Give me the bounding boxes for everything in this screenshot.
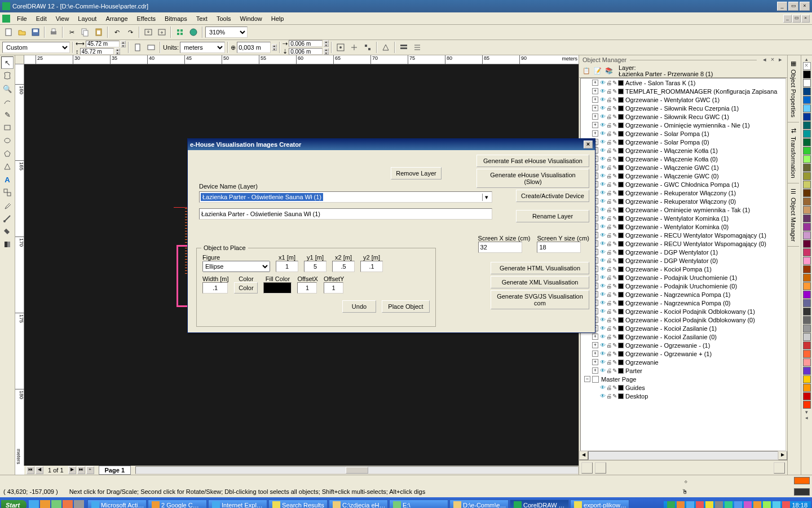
color-swatch[interactable] (618, 249, 624, 255)
color-swatch[interactable] (618, 216, 624, 221)
duplicate-y[interactable] (289, 48, 323, 55)
tray-icon[interactable] (753, 501, 761, 508)
visible-icon[interactable]: 👁 (600, 224, 606, 230)
device-name-select[interactable]: Łazienka Parter - Oświetlenie Sauna Wł (… (199, 191, 492, 203)
color-swatch[interactable] (618, 139, 624, 145)
taskbar-task[interactable]: CorelDRAW … (510, 500, 569, 508)
tab-transformation[interactable]: ⇄Transformation (788, 122, 799, 183)
print-icon[interactable]: 🖨 (606, 274, 612, 281)
smart-draw-tool[interactable]: ✎ (1, 108, 14, 121)
visible-icon[interactable]: 👁 (600, 207, 606, 213)
page-height[interactable] (80, 48, 114, 55)
palette-color[interactable] (803, 358, 811, 366)
tray-icon[interactable] (725, 501, 732, 508)
visible-icon[interactable]: 👁 (600, 97, 606, 103)
layer-row[interactable]: +👁🖨✎Ogrzewanie - Kocioł Podajnik Odbloko… (581, 316, 785, 324)
taskbar-task[interactable]: Microsoft Acti… (87, 500, 147, 508)
tray-icon[interactable] (763, 501, 771, 508)
dialog-close[interactable]: × (584, 141, 593, 148)
palette-color[interactable] (803, 333, 811, 341)
no-color[interactable] (803, 62, 811, 70)
palette-color[interactable] (803, 87, 811, 95)
print-icon[interactable]: 🖨 (606, 215, 612, 221)
edit-icon[interactable]: ✎ (612, 88, 617, 94)
print-icon[interactable]: 🖨 (606, 181, 612, 187)
palette-flyout[interactable]: ◂ (805, 415, 808, 421)
visible-icon[interactable]: 👁 (600, 325, 606, 331)
print-icon[interactable]: 🖨 (606, 367, 612, 374)
layer-row[interactable]: +👁🖨✎Ogrzewanie - Nagrzewnica Pompa (1) (581, 290, 785, 299)
taskbar-task[interactable]: C:\zdjęcia eH… (329, 500, 388, 508)
visible-icon[interactable]: 👁 (600, 190, 606, 196)
layer-row[interactable]: +👁🖨✎Ogrzewanie - Siłownik Recu GWC (1) (581, 112, 785, 121)
print-icon[interactable]: 🖨 (606, 97, 612, 103)
units-select[interactable]: meters (180, 42, 225, 53)
undo-button[interactable]: Undo (342, 300, 376, 313)
print-icon[interactable]: 🖨 (606, 384, 612, 391)
palette-color[interactable] (803, 155, 811, 163)
ql-ie-icon[interactable] (29, 500, 39, 508)
visible-icon[interactable]: 👁 (600, 308, 606, 314)
edit-icon[interactable]: ✎ (612, 105, 617, 111)
color-swatch[interactable] (618, 122, 624, 128)
color-swatch[interactable] (618, 258, 624, 264)
print-icon[interactable]: 🖨 (606, 342, 612, 348)
layer-row[interactable]: +👁🖨✎Ogrzewanie (581, 358, 785, 366)
ruler-vertical[interactable]: meters 160165170175180 (15, 64, 24, 466)
remove-layer-button[interactable]: Remove Layer (391, 167, 442, 179)
color-swatch[interactable] (618, 207, 624, 213)
expand-icon[interactable]: + (592, 130, 598, 137)
edit-icon[interactable]: ✎ (612, 173, 617, 179)
menu-view[interactable]: View (51, 14, 74, 23)
expand-icon[interactable]: + (592, 342, 598, 348)
palette-color[interactable] (803, 384, 811, 392)
visible-icon[interactable]: 👁 (600, 291, 606, 297)
color-swatch[interactable] (618, 80, 624, 86)
palette-color[interactable] (803, 130, 811, 138)
color-swatch[interactable] (618, 360, 624, 365)
treat-as-filled-icon[interactable] (379, 41, 392, 54)
color-button[interactable]: Color (234, 282, 258, 294)
visible-icon[interactable]: 👁 (600, 130, 606, 137)
palette-color[interactable] (803, 325, 811, 332)
edit-icon[interactable]: ✎ (612, 207, 617, 213)
portrait-icon[interactable] (131, 41, 144, 54)
ruler-origin[interactable] (15, 55, 24, 64)
expand-icon[interactable]: + (592, 80, 598, 86)
print-icon[interactable]: 🖨 (606, 122, 612, 128)
visible-icon[interactable]: 👁 (600, 317, 606, 323)
layer-row[interactable]: +👁🖨✎Ogrzewanie - Ogrzewanie + (1) (581, 349, 785, 358)
corel-online-icon[interactable] (187, 26, 200, 38)
color-swatch[interactable] (618, 275, 624, 281)
gen-xml-button[interactable]: Generate XML Visualisation (491, 276, 589, 288)
color-swatch[interactable] (618, 165, 624, 170)
basic-shapes-tool[interactable] (1, 160, 14, 173)
visible-icon[interactable]: 👁 (600, 393, 606, 399)
visible-icon[interactable]: 👁 (600, 232, 606, 238)
color-swatch[interactable] (618, 89, 624, 94)
taskbar-task[interactable]: Internet Expl… (208, 500, 267, 508)
gen-html-button[interactable]: Generate HTML Visualisation (491, 262, 589, 274)
color-swatch[interactable] (618, 300, 624, 306)
print-icon[interactable]: 🖨 (606, 224, 612, 230)
mdi-restore[interactable]: ▭ (792, 15, 801, 23)
docker-expand[interactable]: ▸ (777, 56, 784, 63)
layer-row[interactable]: +👁🖨✎Ogrzewanie - Włączenie GWC (0) (581, 172, 785, 180)
layer-row[interactable]: +👁🖨✎Ogrzewanie - Podajnik Uruchomienie (… (581, 282, 785, 290)
print-icon[interactable]: 🖨 (606, 190, 612, 196)
polygon-tool[interactable] (1, 147, 14, 160)
edit-icon[interactable]: ✎ (612, 334, 617, 340)
expand-icon[interactable]: + (592, 367, 598, 374)
layer-row[interactable]: +👁🖨✎Ogrzewanie - Wentylator Kominka (1) (581, 214, 785, 222)
h-scrollbar[interactable] (135, 466, 579, 474)
visible-icon[interactable]: 👁 (600, 300, 606, 306)
gen-slow-button[interactable]: Generate eHouse Visualisation (Slow) (476, 169, 589, 188)
color-swatch[interactable] (618, 106, 624, 111)
tray-icon[interactable] (773, 501, 780, 508)
page-width[interactable] (86, 41, 120, 47)
color-swatch[interactable] (618, 343, 624, 348)
palette-color[interactable] (803, 316, 811, 324)
print-icon[interactable]: 🖨 (606, 317, 612, 323)
visible-icon[interactable]: 👁 (600, 367, 606, 374)
layer-row[interactable]: +👁🖨✎Ogrzewanie - Nagrzewnica Pompa (0) (581, 299, 785, 307)
